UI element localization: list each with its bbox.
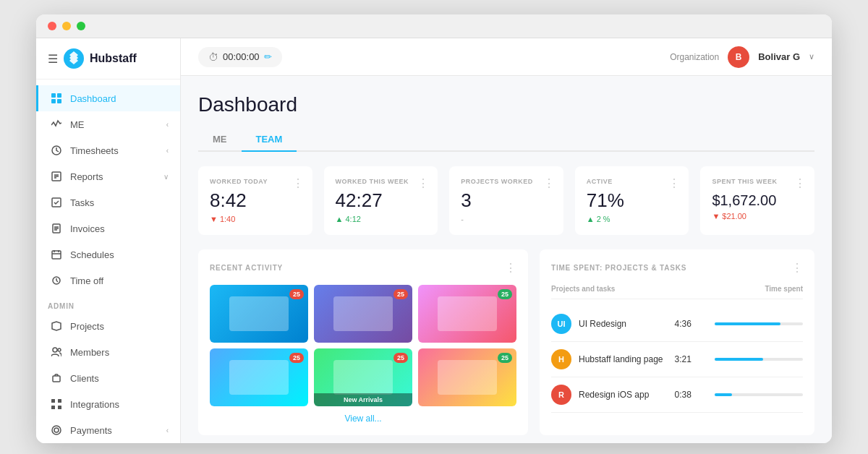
sidebar-item-projects[interactable]: Projects (36, 313, 180, 339)
tasks-icon (50, 196, 63, 209)
close-dot[interactable] (48, 22, 56, 30)
spent-change-value: $21.00 (722, 212, 746, 220)
timer-value: 00:00:00 (223, 51, 260, 62)
projects-more-button[interactable]: ⋮ (543, 176, 555, 190)
worked-week-more-button[interactable]: ⋮ (417, 176, 429, 190)
spent-arrow: ▼ (712, 212, 720, 220)
ui-redesign-avatar: UI (551, 314, 571, 334)
time-row-ui-redesign: UI UI Redesign 4:36 (551, 307, 803, 342)
reports-icon (50, 170, 63, 183)
projects-worked-value: 3 (461, 189, 552, 212)
ui-redesign-progress-container (715, 322, 804, 325)
timer-widget[interactable]: ⏱ 00:00:00 ✏ (198, 47, 282, 67)
logo-icon (64, 48, 84, 69)
svg-line-20 (56, 280, 58, 282)
redesign-ios-avatar: R (551, 385, 571, 405)
svg-rect-27 (58, 406, 61, 409)
sidebar-item-time-off[interactable]: Time off (36, 267, 180, 294)
sidebar-item-reports[interactable]: Reports ∨ (36, 163, 180, 189)
worked-today-more-button[interactable]: ⋮ (292, 176, 304, 190)
dashboard-icon (50, 92, 63, 105)
sidebar-item-invoices[interactable]: Invoices (36, 215, 180, 241)
redesign-ios-name: Redesign iOS app (579, 390, 668, 400)
sidebar-payments-label: Payments (70, 425, 166, 436)
sidebar-header: ☰ Hubstaff (36, 38, 180, 80)
maximize-dot[interactable] (77, 22, 85, 30)
activity-badge-2: 25 (393, 289, 408, 299)
time-spent-more-button[interactable]: ⋮ (791, 261, 803, 275)
active-change: ▲ 2 % (587, 215, 678, 223)
activity-thumb-6[interactable]: 25 (418, 348, 516, 406)
sidebar-item-payments[interactable]: Payments ‹ (36, 417, 180, 443)
payments-arrow-icon: ‹ (166, 427, 169, 434)
svg-point-28 (52, 426, 61, 434)
activity-thumb-2[interactable]: 25 (314, 285, 412, 343)
stat-worked-today: WORKED TODAY 8:42 ▼ 1:40 ⋮ (198, 166, 312, 235)
active-change-value: 2 % (597, 215, 610, 223)
activity-thumb-1[interactable]: 25 (210, 285, 308, 343)
worked-week-change-value: 4:12 (345, 215, 360, 223)
hamburger-icon[interactable]: ☰ (48, 52, 58, 66)
active-value: 71% (587, 189, 678, 212)
svg-rect-0 (51, 93, 56, 98)
view-all-link[interactable]: View all... (210, 414, 516, 424)
spent-week-label: SPENT THIS WEEK (712, 178, 803, 185)
projects-worked-label: PROJECTS WORKED (461, 178, 552, 185)
svg-rect-25 (58, 399, 61, 403)
timer-icon: ⏱ (208, 51, 218, 63)
tab-team[interactable]: TEAM (242, 128, 297, 152)
active-arrow: ▲ (587, 215, 595, 223)
time-off-icon (50, 274, 63, 287)
main-content: ⏱ 00:00:00 ✏ Organization B Bolivar G ∨ … (181, 38, 832, 443)
time-spent-header: TIME SPENT: PROJECTS & TASKS ⋮ (551, 261, 803, 275)
bottom-row: RECENT ACTIVITY ⋮ 25 (198, 249, 814, 435)
sidebar-integrations-label: Integrations (70, 399, 169, 410)
ui-redesign-progress-bar (715, 322, 781, 325)
sidebar-item-tasks[interactable]: Tasks (36, 189, 180, 215)
spent-week-change: ▼ $21.00 (712, 212, 803, 220)
minimize-dot[interactable] (62, 22, 71, 30)
sidebar-item-members[interactable]: Members (36, 339, 180, 365)
active-more-button[interactable]: ⋮ (668, 176, 680, 190)
ui-redesign-time: 4:36 (675, 319, 700, 329)
activity-arrow-icon: ‹ (166, 121, 169, 129)
top-bar-right: Organization B Bolivar G ∨ (670, 46, 814, 68)
worked-today-change-value: 1:40 (220, 215, 235, 223)
sidebar-nav: Dashboard ME ‹ Timesheets ‹ (36, 80, 180, 443)
recent-activity-more-button[interactable]: ⋮ (505, 261, 516, 275)
hubstaff-landing-name: Hubstaff landing page (579, 354, 668, 364)
tab-me[interactable]: ME (198, 128, 242, 152)
recent-activity-header: RECENT ACTIVITY ⋮ (210, 261, 516, 275)
sidebar-time-off-label: Time off (70, 275, 169, 286)
stats-row: WORKED TODAY 8:42 ▼ 1:40 ⋮ WORKED THIS W… (198, 166, 814, 235)
time-spent-card: TIME SPENT: PROJECTS & TASKS ⋮ Projects … (540, 249, 814, 435)
activity-thumb-5[interactable]: New Arrivals 25 (314, 348, 412, 406)
sidebar-item-activity[interactable]: ME ‹ (36, 111, 180, 137)
stat-projects-worked: PROJECTS WORKED 3 - ⋮ (449, 166, 563, 235)
redesign-ios-progress-container (715, 393, 804, 396)
browser-bar (36, 14, 832, 38)
timer-edit-button[interactable]: ✏ (264, 51, 272, 62)
reports-arrow-icon: ∨ (163, 173, 169, 181)
stat-spent-week: SPENT THIS WEEK $1,672.00 ▼ $21.00 ⋮ (700, 166, 814, 235)
projects-worked-change: - (461, 215, 552, 223)
svg-rect-26 (51, 406, 55, 409)
schedules-icon (50, 248, 63, 261)
org-chevron-icon[interactable]: ∨ (809, 52, 814, 61)
activity-thumb-5-label: New Arrivals (314, 393, 412, 406)
sidebar-item-schedules[interactable]: Schedules (36, 241, 180, 267)
spent-more-button[interactable]: ⋮ (794, 176, 806, 190)
worked-today-value: 8:42 (210, 189, 301, 212)
sidebar-schedules-label: Schedules (70, 249, 169, 260)
activity-icon (50, 118, 63, 131)
sidebar-item-timesheets[interactable]: Timesheets ‹ (36, 137, 180, 163)
sidebar-item-clients[interactable]: Clients (36, 365, 180, 391)
sidebar-item-dashboard[interactable]: Dashboard (36, 85, 180, 111)
activity-thumb-4[interactable]: 25 (210, 348, 308, 406)
svg-point-22 (58, 348, 61, 351)
sidebar-timesheets-label: Timesheets (70, 145, 166, 156)
recent-activity-title: RECENT ACTIVITY (210, 264, 283, 272)
sidebar-item-integrations[interactable]: Integrations (36, 391, 180, 417)
invoices-icon (50, 222, 63, 235)
activity-thumb-3[interactable]: 25 (418, 285, 516, 343)
